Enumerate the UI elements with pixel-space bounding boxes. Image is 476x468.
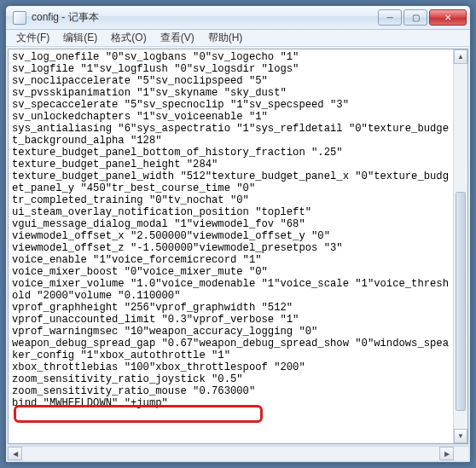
- app-icon: [13, 11, 26, 25]
- window-title: config - 记事本: [32, 10, 378, 25]
- menu-file[interactable]: 文件(F): [9, 29, 56, 47]
- vertical-scrollbar[interactable]: ▲ ▼: [453, 49, 467, 443]
- scroll-right-button[interactable]: ▶: [439, 447, 454, 460]
- menubar: 文件(F) 编辑(E) 格式(O) 查看(V) 帮助(H): [6, 30, 470, 47]
- notepad-window: config - 记事本 ─ ▢ ✕ 文件(F) 编辑(E) 格式(O) 查看(…: [5, 5, 471, 463]
- menu-view[interactable]: 查看(V): [154, 29, 201, 47]
- window-controls: ─ ▢ ✕: [378, 9, 467, 26]
- close-button[interactable]: ✕: [429, 9, 467, 26]
- maximize-button[interactable]: ▢: [403, 9, 427, 26]
- scroll-down-button[interactable]: ▼: [454, 429, 467, 443]
- content-area: sv_log_onefile "0"sv_logbans "0"sv_logec…: [8, 49, 468, 444]
- horizontal-scroll-track[interactable]: [22, 447, 439, 460]
- menu-help[interactable]: 帮助(H): [201, 29, 250, 47]
- horizontal-scrollbar[interactable]: ◀ ▶: [8, 446, 468, 460]
- vertical-scroll-track[interactable]: [454, 64, 467, 429]
- menu-format[interactable]: 格式(O): [104, 29, 153, 47]
- text-editor[interactable]: sv_log_onefile "0"sv_logbans "0"sv_logec…: [9, 49, 453, 443]
- menu-edit[interactable]: 编辑(E): [56, 29, 104, 47]
- vertical-scroll-thumb[interactable]: [456, 192, 466, 411]
- scroll-corner: [454, 447, 468, 460]
- minimize-button[interactable]: ─: [378, 9, 402, 26]
- titlebar[interactable]: config - 记事本 ─ ▢ ✕: [6, 6, 470, 30]
- scroll-left-button[interactable]: ◀: [8, 447, 22, 460]
- scroll-up-button[interactable]: ▲: [454, 49, 467, 64]
